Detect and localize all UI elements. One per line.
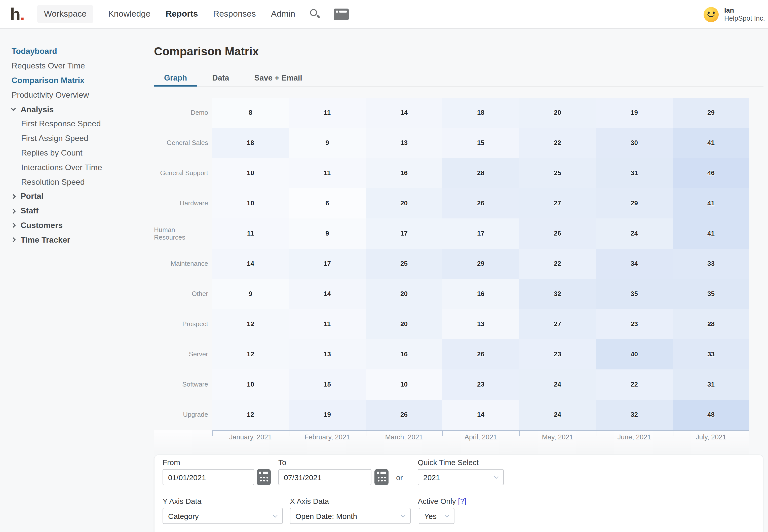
from-date-input[interactable] (163, 469, 254, 485)
heatmap-cell: 17 (289, 248, 366, 279)
heatmap-column-label: June, 2021 (596, 433, 673, 441)
sidebar-item-interactions-over-time[interactable]: Interactions Over Time (0, 160, 148, 175)
sidebar-item-portal[interactable]: Portal (0, 189, 148, 204)
heatmap-column-label: March, 2021 (366, 433, 442, 441)
heatmap-column-label: July, 2021 (673, 433, 749, 441)
heatmap-cell: 10 (212, 188, 289, 218)
y-axis-select[interactable]: Category (163, 508, 283, 524)
sidebar-item-analysis[interactable]: Analysis (0, 102, 148, 117)
sidebar-item-label: First Response Speed (21, 120, 101, 129)
heatmap-cell: 14 (366, 97, 442, 128)
chevron-down-icon (445, 513, 449, 518)
sidebar-item-staff[interactable]: Staff (0, 204, 148, 218)
heatmap-cell: 17 (366, 218, 442, 248)
window-icon-square (335, 10, 338, 12)
nav-item-reports[interactable]: Reports (166, 9, 198, 19)
heatmap-row-label: Demo (154, 97, 212, 128)
x-axis-value: Open Date: Month (295, 512, 357, 520)
sidebar-item-label: Analysis (21, 105, 54, 114)
nav-item-admin[interactable]: Admin (271, 9, 295, 19)
search-handle (316, 15, 320, 18)
chevron-right-icon (11, 194, 16, 199)
nav-item-workspace[interactable]: Workspace (37, 5, 93, 23)
chevron-right-icon (11, 238, 16, 243)
sidebar-item-label: Customers (21, 221, 63, 230)
calendar-icon (259, 472, 261, 474)
sidebar-item-comparison-matrix[interactable]: Comparison Matrix (0, 73, 148, 88)
helpspot-logo[interactable]: h. (10, 0, 24, 28)
heatmap-cell: 12 (212, 339, 289, 369)
active-only-select[interactable]: Yes (419, 508, 454, 524)
active-only-help-link[interactable]: [?] (458, 497, 466, 505)
heatmap-cell: 24 (596, 218, 673, 248)
sidebar-item-todayboard[interactable]: Todayboard (0, 44, 148, 59)
quick-time-select[interactable]: 2021 (418, 469, 504, 485)
user-name: Ian (724, 6, 765, 14)
heatmap-cell: 35 (673, 279, 749, 309)
chevron-down-icon (273, 513, 278, 518)
heatmap-cell: 13 (366, 128, 442, 158)
heatmap-cell: 9 (289, 128, 366, 158)
y-axis-value: Category (168, 512, 199, 520)
heatmap-cell: 29 (442, 248, 519, 279)
heatmap-cell: 16 (366, 158, 442, 188)
heatmap-cell: 46 (673, 158, 749, 188)
to-date-input[interactable] (278, 469, 371, 485)
smiley-mouth-icon (707, 12, 715, 17)
nav-item-knowledge[interactable]: Knowledge (108, 9, 150, 19)
heatmap-axis-area: January, 2021February, 2021March, 2021Ap… (154, 430, 749, 454)
calendar-icon-dots (259, 476, 268, 482)
heatmap-cell: 17 (442, 218, 519, 248)
nav-item-responses[interactable]: Responses (213, 9, 256, 19)
heatmap-cell: 24 (519, 399, 596, 430)
chevron-down-icon (494, 475, 498, 479)
sidebar-item-requests-over-time[interactable]: Requests Over Time (0, 59, 148, 73)
heatmap-cell: 22 (519, 128, 596, 158)
user-meta: Ian HelpSpot Inc. (724, 6, 765, 22)
sidebar-item-customers[interactable]: Customers (0, 218, 148, 233)
tab-data[interactable]: Data (202, 70, 239, 87)
heatmap-cell: 8 (212, 97, 289, 128)
browser-window-icon[interactable] (333, 8, 349, 20)
active-only-text: Active Only (418, 497, 456, 505)
sidebar-item-label: Portal (21, 192, 44, 201)
x-axis-select[interactable]: Open Date: Month (290, 508, 411, 524)
heatmap-cell: 26 (519, 218, 596, 248)
search-icon[interactable] (309, 9, 320, 20)
heatmap-cell: 24 (519, 369, 596, 399)
heatmap-cell: 28 (673, 309, 749, 339)
heatmap-cell: 19 (289, 399, 366, 430)
calendar-icon-dots (377, 476, 386, 482)
heatmap-cell: 26 (442, 188, 519, 218)
heatmap-cell: 33 (673, 339, 749, 369)
heatmap-cell: 30 (596, 128, 673, 158)
heatmap-cell: 16 (442, 279, 519, 309)
sidebar-item-first-assign-speed[interactable]: First Assign Speed (0, 131, 148, 146)
sidebar-item-time-tracker[interactable]: Time Tracker (0, 233, 148, 247)
from-calendar-button[interactable] (257, 469, 271, 485)
sidebar-item-replies-by-count[interactable]: Replies by Count (0, 146, 148, 160)
sidebar-item-first-response-speed[interactable]: First Response Speed (0, 117, 148, 131)
heatmap-cell: 27 (519, 188, 596, 218)
to-calendar-button[interactable] (374, 469, 389, 485)
user-menu[interactable]: Ian HelpSpot Inc. (704, 0, 765, 29)
avatar (704, 7, 719, 22)
heatmap-cell: 23 (442, 369, 519, 399)
quick-time-label: Quick Time Select (418, 458, 479, 467)
sidebar-item-label: Time Tracker (21, 236, 70, 245)
heatmap-cell: 34 (596, 248, 673, 279)
sidebar-item-label: Replies by Count (21, 148, 83, 158)
heatmap-cell: 32 (519, 279, 596, 309)
heatmap-x-axis: January, 2021February, 2021March, 2021Ap… (212, 430, 749, 454)
heatmap-cell: 10 (366, 369, 442, 399)
quick-time-value: 2021 (423, 473, 440, 481)
tab-save-email[interactable]: Save + Email (244, 70, 312, 87)
heatmap-cell: 18 (212, 128, 289, 158)
sidebar-item-productivity-overview[interactable]: Productivity Overview (0, 88, 148, 102)
tab-graph[interactable]: Graph (154, 70, 197, 87)
top-nav: h. WorkspaceKnowledgeReportsResponsesAdm… (0, 0, 768, 29)
sidebar-item-resolution-speed[interactable]: Resolution Speed (0, 175, 148, 189)
logo-dot: . (20, 4, 24, 23)
heatmap-row-label: Server (154, 339, 212, 369)
heatmap-grid: Demo8111418201929General Sales1891315223… (154, 97, 749, 430)
